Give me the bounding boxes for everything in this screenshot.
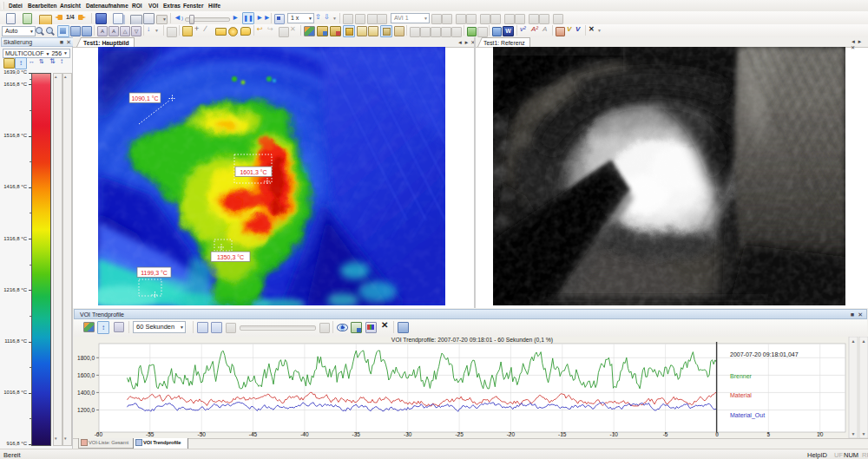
svg-text:1350,3 °C: 1350,3 °C [217, 254, 244, 260]
svg-text:1601,3 °C: 1601,3 °C [240, 169, 266, 175]
svg-text:-30: -30 [404, 431, 412, 437]
svg-text:10: 10 [817, 431, 824, 437]
svg-text:1200,0: 1200,0 [77, 407, 95, 413]
svg-text:-55: -55 [146, 431, 155, 437]
svg-text:▼: ▼ [852, 431, 856, 436]
svg-text:1199,3 °C: 1199,3 °C [141, 270, 168, 276]
svg-text:-35: -35 [352, 431, 361, 437]
svg-text:▼: ▼ [862, 431, 866, 436]
svg-text:1090,1 °C: 1090,1 °C [131, 95, 158, 102]
svg-text:-45: -45 [249, 431, 258, 437]
svg-text:Material_Out: Material_Out [730, 412, 765, 419]
svg-text:VOI Trendprofile: 2007-07-20 0: VOI Trendprofile: 2007-07-20 09:18:01 - … [391, 337, 553, 344]
svg-text:1400,0: 1400,0 [77, 390, 95, 396]
svg-text:-40: -40 [300, 431, 309, 437]
svg-text:-25: -25 [455, 431, 464, 437]
svg-text:▲: ▲ [852, 338, 856, 344]
svg-text:-10: -10 [609, 431, 618, 437]
svg-text:-50: -50 [197, 431, 206, 437]
svg-text:2007-07-20 09:18:01,047: 2007-07-20 09:18:01,047 [730, 351, 799, 357]
svg-text:-60: -60 [95, 431, 103, 437]
svg-text:5: 5 [766, 431, 770, 437]
svg-text:Material: Material [730, 392, 752, 398]
svg-text:-5: -5 [663, 431, 668, 437]
svg-text:Brenner: Brenner [730, 373, 753, 379]
svg-text:▲: ▲ [862, 338, 866, 344]
svg-text:1600,0: 1600,0 [77, 372, 95, 378]
svg-text:-20: -20 [507, 431, 516, 437]
svg-text:-15: -15 [558, 431, 567, 437]
svg-text:1800,0: 1800,0 [77, 355, 95, 361]
